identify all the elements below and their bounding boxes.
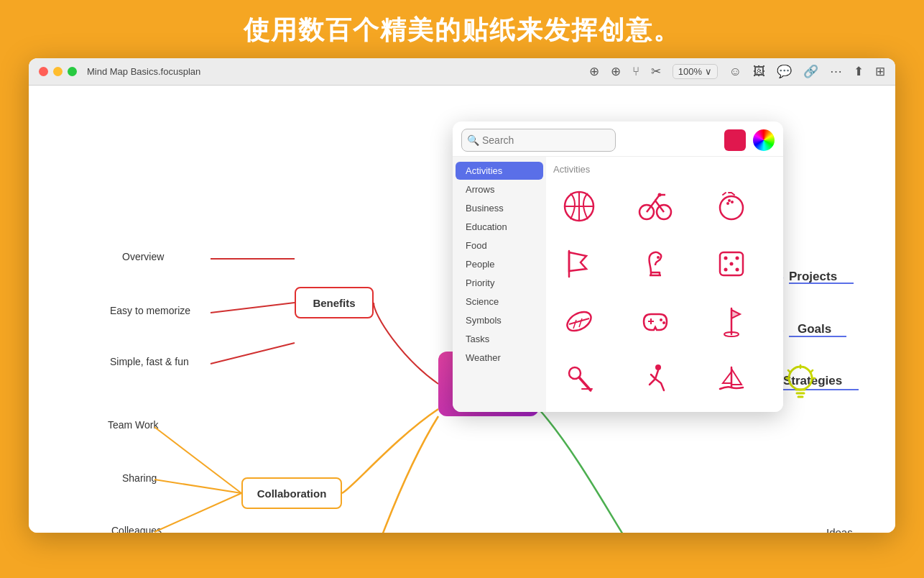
export-icon[interactable]: ⬆ bbox=[854, 64, 864, 79]
cat-food[interactable]: Food bbox=[456, 237, 543, 254]
search-icon: 🔍 bbox=[467, 134, 479, 146]
sticker-picker-popup: 🔍 Activities Arrows Business Education F… bbox=[453, 121, 783, 412]
sticker-search-bar: 🔍 bbox=[453, 121, 783, 157]
color-swatch[interactable] bbox=[724, 129, 746, 151]
svg-point-20 bbox=[726, 202, 729, 205]
sticker-flag[interactable] bbox=[553, 238, 605, 290]
svg-point-24 bbox=[657, 256, 660, 259]
svg-point-30 bbox=[724, 268, 728, 272]
colleagues-text: Colleagues bbox=[111, 525, 162, 533]
svg-point-26 bbox=[724, 257, 728, 260]
more-icon[interactable]: ⋯ bbox=[830, 64, 842, 79]
sticker-chess-knight[interactable] bbox=[629, 238, 681, 290]
collaboration-node[interactable]: Collaboration bbox=[241, 477, 342, 509]
close-button[interactable] bbox=[39, 67, 48, 76]
window-title: Mind Map Basics.focusplan bbox=[87, 66, 200, 77]
sticker-basketball[interactable] bbox=[553, 180, 605, 232]
svg-point-21 bbox=[731, 201, 734, 203]
svg-line-1 bbox=[211, 303, 295, 313]
cat-symbols[interactable]: Symbols bbox=[456, 311, 543, 329]
share-icon[interactable]: ⑂ bbox=[632, 65, 639, 79]
zoom-control[interactable]: 100% ∨ bbox=[673, 64, 718, 79]
teamwork-text: Team Work bbox=[108, 419, 159, 431]
svg-point-19 bbox=[720, 196, 743, 219]
titlebar: Mind Map Basics.focusplan ⊕ ⊕ ⑂ ✂ 100% ∨… bbox=[29, 58, 895, 86]
maximize-button[interactable] bbox=[68, 67, 77, 76]
svg-line-34 bbox=[579, 318, 582, 327]
sharing-text: Sharing bbox=[122, 472, 157, 484]
cat-priority[interactable]: Priority bbox=[456, 274, 543, 292]
add-icon[interactable]: ⊕ bbox=[589, 64, 599, 79]
cat-weather[interactable]: Weather bbox=[456, 349, 543, 367]
comment-icon[interactable]: 💬 bbox=[777, 64, 792, 79]
sticker-gamepad[interactable] bbox=[629, 295, 681, 347]
overview-text: Overview bbox=[122, 251, 164, 262]
sticker-category-sidebar: Activities Arrows Business Education Foo… bbox=[453, 157, 546, 412]
cat-education[interactable]: Education bbox=[456, 218, 543, 236]
svg-line-33 bbox=[573, 320, 576, 329]
benefits-node[interactable]: Benefits bbox=[295, 287, 374, 318]
toolbar: ⊕ ⊕ ⑂ ✂ 100% ∨ ☺ 🖼 💬 🔗 ⋯ ⬆ ⊞ bbox=[589, 64, 885, 79]
cat-people[interactable]: People bbox=[456, 255, 543, 273]
traffic-lights bbox=[39, 67, 77, 76]
svg-line-4 bbox=[154, 480, 241, 493]
ideas-text: Ideas bbox=[826, 526, 853, 533]
sticker-dice[interactable] bbox=[706, 238, 757, 290]
memorize-text: Easy to memorize bbox=[110, 305, 190, 316]
cat-science[interactable]: Science bbox=[456, 293, 543, 311]
svg-point-18 bbox=[658, 193, 662, 197]
svg-line-32 bbox=[569, 318, 589, 324]
cat-business[interactable]: Business bbox=[456, 199, 543, 217]
sticker-football[interactable] bbox=[553, 295, 605, 347]
sticker-bicycle[interactable] bbox=[629, 180, 681, 232]
svg-point-38 bbox=[662, 321, 665, 324]
app-window: Mind Map Basics.focusplan ⊕ ⊕ ⑂ ✂ 100% ∨… bbox=[29, 58, 895, 533]
sticker-golf-flag[interactable] bbox=[706, 295, 757, 347]
svg-point-29 bbox=[736, 257, 739, 260]
svg-point-28 bbox=[736, 268, 739, 272]
color-wheel[interactable] bbox=[753, 129, 775, 151]
cat-tasks[interactable]: Tasks bbox=[456, 330, 543, 348]
connect-icon[interactable]: ⊕ bbox=[611, 64, 621, 79]
cat-arrows[interactable]: Arrows bbox=[456, 180, 543, 198]
svg-point-22 bbox=[728, 199, 731, 202]
sticker-ping-pong[interactable] bbox=[553, 353, 605, 405]
sticker-search-input[interactable] bbox=[461, 129, 616, 152]
top-banner: 使用数百个精美的贴纸来发挥创意。 bbox=[0, 0, 924, 58]
link-icon[interactable]: 🔗 bbox=[803, 64, 818, 79]
sticker-bowling[interactable] bbox=[706, 180, 757, 232]
scissors-icon[interactable]: ✂ bbox=[651, 64, 661, 79]
sticker-section-title: Activities bbox=[553, 164, 776, 175]
svg-line-5 bbox=[154, 493, 241, 532]
svg-point-37 bbox=[660, 318, 662, 321]
lightbulb-icon bbox=[783, 362, 818, 412]
grid-icon[interactable]: ⊞ bbox=[875, 64, 885, 79]
image-icon[interactable]: 🖼 bbox=[753, 65, 765, 79]
goals-text: Goals bbox=[798, 322, 831, 336]
emoji-icon[interactable]: ☺ bbox=[729, 65, 741, 79]
svg-line-3 bbox=[154, 427, 241, 493]
projects-text: Projects bbox=[789, 270, 837, 284]
svg-point-27 bbox=[730, 262, 734, 266]
sticker-running[interactable] bbox=[629, 353, 681, 405]
canvas-area: Mind Mapping Benefits Overview Easy to m… bbox=[29, 86, 895, 533]
sticker-grid-wrap: Activities bbox=[546, 157, 783, 412]
svg-line-2 bbox=[211, 343, 295, 364]
simple-text: Simple, fast & fun bbox=[110, 356, 189, 367]
cat-activities[interactable]: Activities bbox=[456, 162, 543, 180]
sticker-sailboat[interactable] bbox=[706, 353, 757, 405]
svg-point-14 bbox=[789, 367, 812, 390]
minimize-button[interactable] bbox=[53, 67, 63, 76]
